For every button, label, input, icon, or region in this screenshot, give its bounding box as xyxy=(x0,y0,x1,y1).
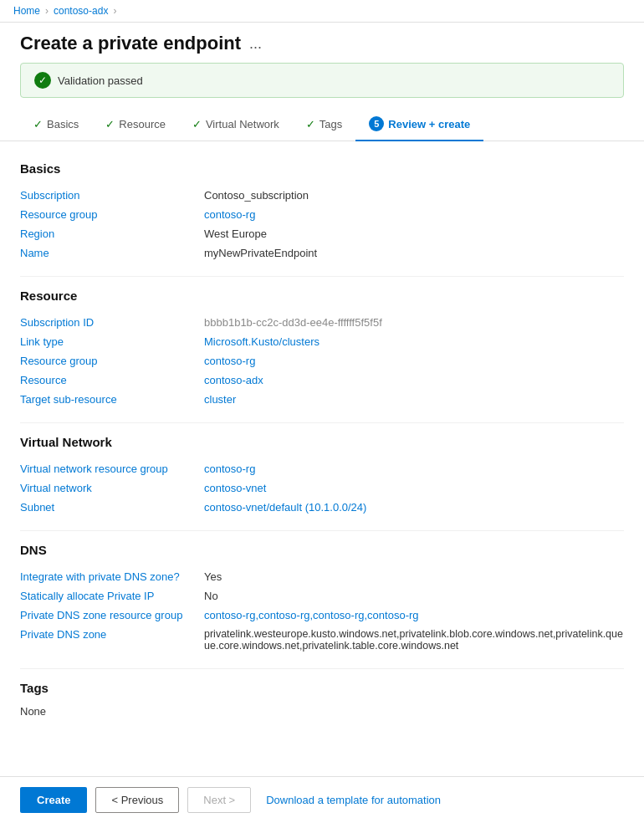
tab-tags[interactable]: ✓ Tags xyxy=(293,110,355,141)
tags-value: None xyxy=(20,705,624,718)
vnet-grid: Virtual network resource group contoso-r… xyxy=(20,459,624,517)
tab-basics[interactable]: ✓ Basics xyxy=(20,110,92,141)
create-button[interactable]: Create xyxy=(20,787,87,813)
resource-rg-value: contoso-rg xyxy=(204,351,624,371)
tab-basics-label: Basics xyxy=(47,118,79,130)
resource-grid: Subscription ID bbbb1b1b-cc2c-dd3d-ee4e-… xyxy=(20,313,624,409)
resource-sub-id-value: bbbb1b1b-cc2c-dd3d-ee4e-ffffff5f5f5f xyxy=(204,313,624,332)
tab-resource-label: Resource xyxy=(119,118,166,130)
breadcrumb-resource[interactable]: contoso-adx xyxy=(54,5,108,17)
vnet-vnet-value: contoso-vnet xyxy=(204,478,624,498)
dns-rg-label[interactable]: Private DNS zone resource group xyxy=(20,606,204,625)
dns-section-title: DNS xyxy=(20,543,624,557)
vnet-section-title: Virtual Network xyxy=(20,435,624,449)
vnet-section: Virtual Network Virtual network resource… xyxy=(20,435,624,517)
breadcrumb-sep1: › xyxy=(45,5,49,17)
validation-message: Validation passed xyxy=(58,74,143,87)
tab-vnet-label: Virtual Network xyxy=(206,118,279,130)
dns-zone-value: privatelink.westeurope.kusto.windows.net… xyxy=(204,625,624,655)
divider-2 xyxy=(20,422,624,423)
basics-rg-value: contoso-rg xyxy=(204,205,624,224)
basics-section-title: Basics xyxy=(20,161,624,176)
basics-region-value: West Europe xyxy=(204,224,624,243)
dns-grid: Integrate with private DNS zone? Yes Sta… xyxy=(20,567,624,655)
tab-review-label: Review + create xyxy=(388,118,470,130)
review-content: Basics Subscription Contoso_subscription… xyxy=(0,141,644,791)
validation-banner: ✓ Validation passed xyxy=(20,63,624,98)
breadcrumb-home[interactable]: Home xyxy=(13,5,40,17)
tab-vnet-check: ✓ xyxy=(192,118,202,130)
more-options-icon[interactable]: ... xyxy=(249,35,262,53)
resource-rg-label[interactable]: Resource group xyxy=(20,351,204,371)
validation-check-icon: ✓ xyxy=(34,72,51,89)
tab-resource-check: ✓ xyxy=(105,118,115,130)
basics-subscription-label[interactable]: Subscription xyxy=(20,186,204,205)
resource-link-type-value: Microsoft.Kusto/clusters xyxy=(204,332,624,351)
divider-3 xyxy=(20,530,624,531)
dns-static-label[interactable]: Statically allocate Private IP xyxy=(20,586,204,606)
divider-1 xyxy=(20,276,624,277)
page-header: Create a private endpoint ... xyxy=(0,23,644,63)
tabs-bar: ✓ Basics ✓ Resource ✓ Virtual Network ✓ … xyxy=(0,108,644,141)
basics-section: Basics Subscription Contoso_subscription… xyxy=(20,161,624,263)
divider-4 xyxy=(20,668,624,669)
next-button: Next > xyxy=(187,787,251,813)
download-template-button[interactable]: Download a template for automation xyxy=(266,794,441,806)
resource-target-label[interactable]: Target sub-resource xyxy=(20,390,204,409)
dns-static-value: No xyxy=(204,586,624,606)
tab-tags-label: Tags xyxy=(319,118,342,130)
tags-section: Tags None xyxy=(20,681,624,718)
dns-rg-value: contoso-rg,contoso-rg,contoso-rg,contoso… xyxy=(204,606,624,625)
resource-section-title: Resource xyxy=(20,289,624,303)
dns-integrate-value: Yes xyxy=(204,567,624,586)
resource-resource-value: contoso-adx xyxy=(204,371,624,390)
dns-section: DNS Integrate with private DNS zone? Yes… xyxy=(20,543,624,655)
vnet-rg-value: contoso-rg xyxy=(204,459,624,478)
vnet-subnet-value: contoso-vnet/default (10.1.0.0/24) xyxy=(204,498,624,517)
previous-button[interactable]: < Previous xyxy=(95,787,179,813)
resource-target-value: cluster xyxy=(204,390,624,409)
tab-virtual-network[interactable]: ✓ Virtual Network xyxy=(179,110,293,141)
vnet-rg-label[interactable]: Virtual network resource group xyxy=(20,459,204,478)
footer-bar: Create < Previous Next > Download a temp… xyxy=(0,776,644,823)
tags-section-title: Tags xyxy=(20,681,624,695)
resource-resource-label[interactable]: Resource xyxy=(20,371,204,390)
tab-review-number: 5 xyxy=(369,116,384,131)
basics-rg-label[interactable]: Resource group xyxy=(20,205,204,224)
resource-sub-id-label[interactable]: Subscription ID xyxy=(20,313,204,332)
tab-resource[interactable]: ✓ Resource xyxy=(92,110,179,141)
dns-integrate-label[interactable]: Integrate with private DNS zone? xyxy=(20,567,204,586)
tab-review-create[interactable]: 5 Review + create xyxy=(355,108,483,141)
page-title: Create a private endpoint xyxy=(20,33,241,54)
basics-region-label[interactable]: Region xyxy=(20,224,204,243)
basics-name-value: myNewPrivateEndpoint xyxy=(204,243,624,263)
basics-name-label[interactable]: Name xyxy=(20,243,204,263)
breadcrumb-sep2: › xyxy=(113,5,116,17)
breadcrumb: Home › contoso-adx › xyxy=(0,0,644,23)
dns-zone-label[interactable]: Private DNS zone xyxy=(20,625,204,655)
basics-grid: Subscription Contoso_subscription Resour… xyxy=(20,186,624,263)
resource-link-type-label[interactable]: Link type xyxy=(20,332,204,351)
vnet-subnet-label[interactable]: Subnet xyxy=(20,498,204,517)
basics-subscription-value: Contoso_subscription xyxy=(204,186,624,205)
vnet-vnet-label[interactable]: Virtual network xyxy=(20,478,204,498)
resource-section: Resource Subscription ID bbbb1b1b-cc2c-d… xyxy=(20,289,624,409)
tab-basics-check: ✓ xyxy=(33,118,43,130)
tab-tags-check: ✓ xyxy=(306,118,315,130)
